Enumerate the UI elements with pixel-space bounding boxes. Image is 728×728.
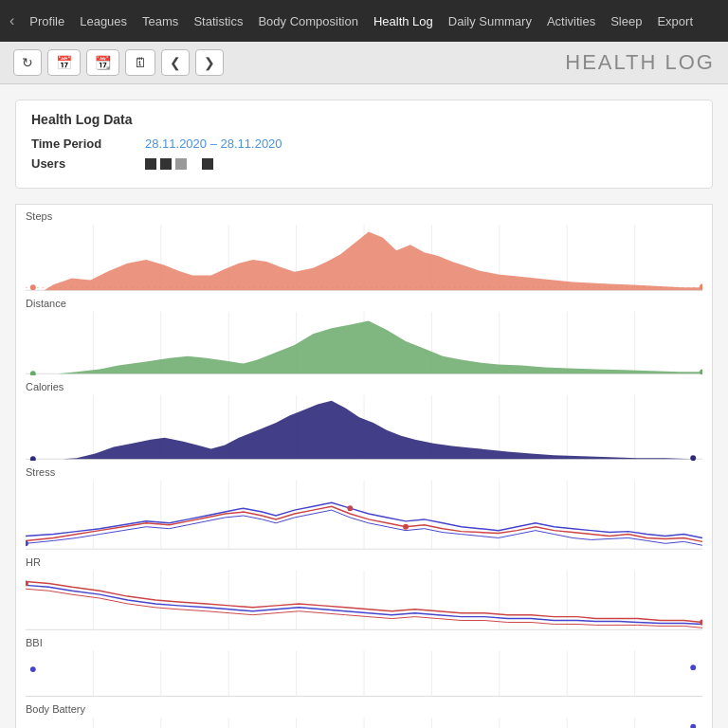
user-sq-1 [145, 158, 156, 170]
svg-point-85 [690, 724, 696, 728]
nav-health-log[interactable]: Health Log [366, 14, 441, 28]
stress-label: Stress [26, 461, 702, 480]
user-sq-2 [160, 158, 172, 170]
users-label: Users [31, 156, 145, 171]
refresh-button[interactable]: ↻ [13, 49, 42, 76]
week-icon: 📆 [95, 55, 111, 70]
nav-teams[interactable]: Teams [135, 14, 186, 28]
nav-sleep[interactable]: Sleep [603, 14, 649, 28]
users-row: Users [31, 156, 697, 171]
calories-label: Calories [26, 375, 702, 394]
stress-chart [26, 480, 702, 551]
svg-point-11 [30, 284, 36, 290]
info-box-heading: Health Log Data [31, 112, 697, 127]
toolbar: ↻ 📅 📆 🗓 ❮ ❯ HEALTH LOG [0, 42, 728, 84]
nav-daily-summary[interactable]: Daily Summary [441, 14, 539, 28]
bbi-chart-row: BBI [26, 631, 702, 698]
distance-label: Distance [26, 292, 702, 311]
week-view-button[interactable]: 📆 [86, 49, 119, 76]
user-sq-3 [175, 158, 187, 170]
refresh-icon: ↻ [22, 55, 33, 70]
time-period-row: Time Period 28.11.2020 – 28.11.2020 [31, 136, 697, 151]
steps-label: Steps [26, 205, 702, 224]
calories-chart [26, 394, 702, 461]
nav-activities[interactable]: Activities [539, 14, 603, 28]
bbi-svg [26, 650, 702, 698]
body-battery-chart-row: Body Battery [26, 698, 702, 728]
calories-svg [26, 394, 702, 461]
nav-export[interactable]: Export [649, 14, 701, 28]
nav-leagues[interactable]: Leagues [72, 14, 135, 28]
hr-svg [26, 570, 702, 631]
time-period-value[interactable]: 28.11.2020 – 28.11.2020 [145, 136, 282, 151]
time-period-label: Time Period [31, 136, 145, 151]
prev-button[interactable]: ❮ [161, 49, 190, 76]
top-navigation: ‹ Profile Leagues Teams Statistics Body … [0, 0, 728, 42]
svg-point-48 [347, 505, 353, 511]
steps-chart-row: Steps [26, 205, 702, 292]
stress-chart-row: Stress [26, 461, 702, 551]
day-view-button[interactable]: 📅 [47, 49, 81, 76]
user-sq-4 [202, 158, 213, 170]
hr-chart-row: HR [26, 551, 702, 631]
month-icon: 🗓 [134, 55, 147, 70]
svg-point-49 [403, 524, 409, 530]
health-log-info-box: Health Log Data Time Period 28.11.2020 –… [15, 100, 713, 189]
user-squares [145, 158, 213, 170]
body-battery-label: Body Battery [26, 698, 702, 717]
distance-svg [26, 311, 702, 375]
svg-point-47 [26, 540, 28, 546]
toolbar-controls: ↻ 📅 📆 🗓 ❮ ❯ [13, 49, 224, 76]
month-view-button[interactable]: 🗓 [125, 49, 155, 76]
hr-chart [26, 570, 702, 631]
hr-label: HR [26, 551, 702, 570]
bbi-chart [26, 650, 702, 698]
chevron-left-icon: ❮ [170, 55, 181, 70]
calories-chart-row: Calories [26, 375, 702, 461]
stress-svg [26, 480, 702, 551]
distance-chart-row: Distance [26, 292, 702, 375]
next-button[interactable]: ❯ [195, 49, 224, 76]
bbi-label: BBI [26, 631, 702, 650]
svg-point-72 [30, 666, 36, 672]
main-content: Health Log Data Time Period 28.11.2020 –… [0, 84, 728, 728]
page-title: HEALTH LOG [565, 50, 715, 75]
svg-point-73 [690, 664, 696, 670]
body-battery-svg [26, 717, 702, 728]
day-icon: 📅 [56, 55, 72, 70]
steps-chart [26, 224, 702, 292]
body-battery-chart [26, 717, 702, 728]
distance-chart [26, 311, 702, 375]
chevron-right-icon: ❯ [204, 55, 215, 70]
charts-area: Steps [15, 204, 713, 728]
nav-profile[interactable]: Profile [22, 14, 72, 28]
nav-body-composition[interactable]: Body Composition [250, 14, 366, 28]
nav-statistics[interactable]: Statistics [186, 14, 250, 28]
back-button[interactable]: ‹ [9, 12, 14, 29]
steps-svg [26, 224, 702, 292]
